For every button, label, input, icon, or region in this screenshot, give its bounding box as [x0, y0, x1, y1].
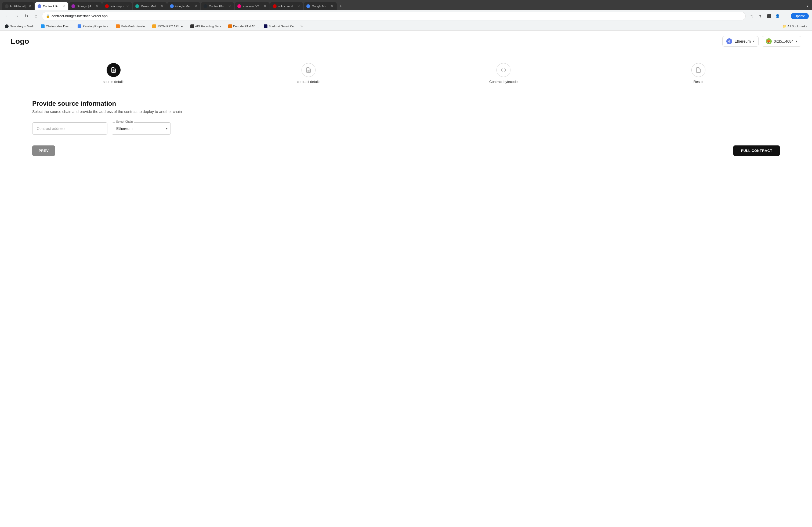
tab-maker[interactable]: Maker: Mult... ✕ — [133, 2, 167, 10]
tab-googlemeet2[interactable]: Google Me... ✕ — [304, 2, 337, 10]
prev-button[interactable]: PREV — [32, 146, 55, 156]
form-row: Select Chain Ethereum Polygon Arbitrum O… — [32, 122, 780, 135]
step-circle-bytecode — [496, 63, 510, 77]
lock-icon: 🔒 — [46, 14, 50, 18]
main-content: Provide source information Select the so… — [0, 89, 812, 167]
tab-title-contractbr2: ContractBri... — [209, 4, 226, 8]
tab-favicon-zuni — [237, 4, 241, 8]
tab-favicon-ethglobal — [5, 4, 9, 8]
stepper: source details contract details — [0, 52, 812, 89]
profile-button[interactable]: 👤 — [773, 12, 781, 20]
bookmark-favicon-decode — [228, 25, 232, 28]
settings-button[interactable]: ⋮ — [782, 12, 790, 20]
step-source: source details — [16, 63, 211, 84]
bookmark-starknet[interactable]: Starknet Smart Co... — [262, 24, 299, 29]
tab-favicon-googlemeet1 — [170, 4, 174, 8]
tab-close-solccompil[interactable]: ✕ — [297, 4, 301, 8]
tab-close-zuni[interactable]: ✕ — [263, 4, 267, 8]
contract-address-input[interactable] — [32, 122, 107, 135]
address-text: contract-bridger-interface.vercel.app — [52, 14, 742, 18]
bookmark-favicon-starknet — [264, 25, 267, 28]
bookmark-button[interactable]: ☆ — [748, 12, 755, 20]
svg-point-8 — [113, 69, 113, 70]
all-bookmarks-label: All Bookmarks — [787, 25, 808, 28]
tab-googlemeet1[interactable]: Google Me... ✕ — [167, 2, 200, 10]
tab-favicon-googlemeet2 — [306, 4, 310, 8]
wallet-address: 0xd5...4684 — [774, 39, 794, 44]
bookmark-favicon-jsonrpc — [152, 25, 156, 28]
tab-expand-button[interactable]: ▾ — [805, 3, 810, 9]
tab-favicon-contractbr — [38, 4, 41, 8]
tab-close-contractbr2[interactable]: ✕ — [228, 4, 231, 8]
forward-button[interactable]: → — [13, 12, 20, 20]
bookmarks-bar: New story – Medi... Chainnodes Dash... P… — [0, 22, 812, 31]
folder-icon: 📁 — [783, 25, 786, 28]
bookmark-newstory[interactable]: New story – Medi... — [3, 24, 38, 29]
wallet-icon: 🦊 — [766, 39, 772, 44]
bookmark-favicon-passingprops — [77, 25, 81, 28]
tab-favicon-contractbr2 — [204, 4, 207, 8]
bookmark-favicon-metamask — [116, 25, 120, 28]
tab-close-googlemeet1[interactable]: ✕ — [194, 4, 198, 8]
tab-close-contractbr[interactable]: ✕ — [62, 4, 66, 8]
step-bytecode: Contract bytecode — [406, 63, 601, 84]
bookmark-passingprops[interactable]: Passing Props to a... — [75, 24, 113, 29]
home-button[interactable]: ⌂ — [32, 12, 40, 20]
bookmark-metamask[interactable]: MetaMask develo... — [114, 24, 150, 29]
bookmark-label-abi: ABI Encoding Serv... — [195, 25, 223, 28]
bookmark-label-passingprops: Passing Props to a... — [83, 25, 111, 28]
update-button[interactable]: Update — [791, 13, 809, 19]
tab-title-ethglobal: ETHGlobal | — [10, 4, 26, 8]
form-subtitle: Select the source chain and provide the … — [32, 109, 780, 114]
bookmark-jsonrpc[interactable]: JSON-RPC API | e... — [150, 24, 187, 29]
bookmark-label-decode: Decode ETH ABI... — [233, 25, 259, 28]
tab-contractbr2[interactable]: ContractBri... ✕ — [201, 2, 234, 10]
bookmark-abi[interactable]: ABI Encoding Serv... — [188, 24, 226, 29]
bookmark-favicon-chainnodes — [41, 25, 45, 28]
bookmark-label-jsonrpc: JSON-RPC API | e... — [157, 25, 185, 28]
pull-contract-button[interactable]: PULL CONTRACT — [733, 146, 780, 156]
tab-close-googlemeet2[interactable]: ✕ — [330, 4, 334, 8]
reload-button[interactable]: ↻ — [23, 12, 30, 20]
bookmark-favicon-newstory — [5, 25, 9, 28]
all-bookmarks-folder[interactable]: 📁 All Bookmarks — [781, 24, 810, 29]
header-actions: Ethereum ▾ 🦊 0xd5...4684 ▾ — [722, 36, 801, 47]
chain-label: Ethereum — [735, 39, 751, 44]
tab-contractbr[interactable]: Contract Br... ✕ — [35, 2, 68, 10]
bookmark-label-starknet: Starknet Smart Co... — [269, 25, 296, 28]
back-button[interactable]: ← — [3, 12, 11, 20]
tab-title-storage: Storage | A... — [77, 4, 94, 8]
tab-storage[interactable]: Storage | A... ✕ — [69, 2, 102, 10]
wallet-selector[interactable]: 🦊 0xd5...4684 ▾ — [762, 36, 801, 47]
tab-bar: ETHGlobal | ✕ Contract Br... ✕ Storage |… — [0, 0, 812, 10]
share-button[interactable]: ⬆ — [756, 12, 764, 20]
tab-close-maker[interactable]: ✕ — [160, 4, 164, 8]
button-row: PREV PULL CONTRACT — [32, 146, 780, 156]
tab-close-solc[interactable]: ✕ — [126, 4, 129, 8]
tab-close-ethglobal[interactable]: ✕ — [28, 4, 32, 8]
tab-favicon-solccompil — [273, 4, 277, 8]
tab-zuni[interactable]: ZuniswapV2... ✕ — [235, 2, 270, 10]
step-label-source: source details — [103, 80, 124, 84]
bookmarks-more-separator: » — [301, 24, 303, 29]
select-chain-dropdown[interactable]: Ethereum Polygon Arbitrum Optimism — [112, 122, 171, 135]
tab-title-maker: Maker: Mult... — [141, 4, 159, 8]
bookmark-favicon-abi — [190, 25, 194, 28]
tab-title-solccompil: solc compil... — [278, 4, 295, 8]
bookmark-decode[interactable]: Decode ETH ABI... — [226, 24, 261, 29]
navigation-bar: ← → ↻ ⌂ 🔒 contract-bridger-interface.ver… — [0, 10, 812, 22]
bookmark-chainnodes[interactable]: Chainnodes Dash... — [39, 24, 75, 29]
form-title: Provide source information — [32, 100, 780, 107]
tab-solccompil[interactable]: solc compil... ✕ — [270, 2, 303, 10]
tab-close-storage[interactable]: ✕ — [95, 4, 99, 8]
chain-selector[interactable]: Ethereum ▾ — [722, 36, 758, 47]
new-tab-button[interactable]: + — [337, 3, 344, 10]
tab-favicon-maker — [135, 4, 139, 8]
tab-solc[interactable]: solc - npm ✕ — [102, 2, 132, 10]
extensions-button[interactable]: ⬛ — [765, 12, 772, 20]
step-result: Result — [601, 63, 796, 84]
step-circle-contract — [302, 63, 316, 77]
address-bar[interactable]: 🔒 contract-bridger-interface.vercel.app — [42, 12, 746, 20]
tab-ethglobal[interactable]: ETHGlobal | ✕ — [2, 2, 34, 10]
wallet-chevron-icon: ▾ — [796, 40, 797, 43]
